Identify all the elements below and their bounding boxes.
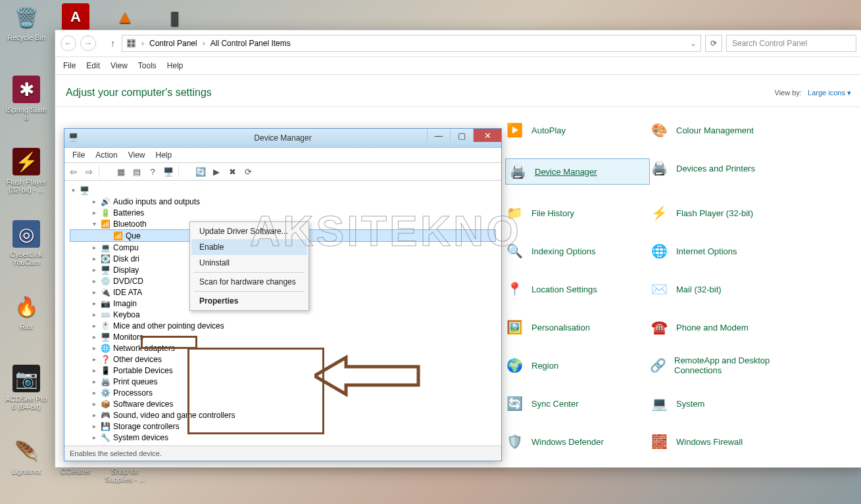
expand-icon[interactable]: ▸	[91, 378, 97, 385]
desktop-icon[interactable]: ✱iSpring Suite 8	[3, 76, 49, 122]
expand-icon[interactable]: ▸	[91, 344, 97, 352]
desktop-icon[interactable]: 📷ACDSee Pro 6 (64-bit)	[3, 365, 49, 411]
tree-node[interactable]: ▸💾Storage controllers	[70, 421, 496, 432]
context-update-driver-software-[interactable]: Update Driver Software...	[191, 223, 307, 239]
minimize-button[interactable]: —	[427, 129, 450, 142]
device-tree[interactable]: ▾🖥️ ▸🔊Audio inputs and outputs▸🔋Batterie…	[64, 181, 501, 451]
refresh-button[interactable]: ⟳	[705, 35, 722, 52]
expand-icon[interactable]: ▾	[70, 187, 76, 194]
menu-help[interactable]: Help	[151, 150, 178, 160]
dm-titlebar[interactable]: 🖥️ Device Manager — ▢ ✕	[64, 129, 501, 148]
expand-icon[interactable]: ▸	[91, 400, 97, 407]
menu-help[interactable]: Help	[162, 61, 189, 70]
expand-icon[interactable]: ▸	[91, 209, 97, 216]
tree-node[interactable]: ▸📦Software devices	[70, 398, 496, 409]
cp-item-phone-and-modem[interactable]: ☎️Phone and Modem	[650, 317, 795, 337]
expand-icon[interactable]: ▸	[91, 277, 97, 285]
context-enable[interactable]: Enable	[191, 239, 307, 255]
expand-icon[interactable]: ▸	[91, 311, 97, 318]
tree-node[interactable]: ▸🌐Network adapters	[70, 342, 496, 354]
expand-icon[interactable]: ▸	[91, 434, 97, 441]
close-button[interactable]: ✕	[473, 129, 501, 142]
expand-icon[interactable]: ▸	[91, 244, 97, 251]
tree-node[interactable]: ▸🔊Audio inputs and outputs	[70, 196, 496, 207]
menu-edit[interactable]: Edit	[81, 61, 105, 70]
cp-item-indexing-options[interactable]: 🔍Indexing Options	[505, 241, 650, 261]
breadcrumb[interactable]: Control Panel	[149, 39, 197, 48]
cp-item-region[interactable]: 🌍Region	[505, 355, 650, 375]
cp-item-internet-options[interactable]: 🌐Internet Options	[650, 241, 795, 261]
desktop-icon[interactable]: ◎CyberLink YouCam	[3, 220, 49, 266]
expand-icon[interactable]: ▸	[91, 266, 97, 273]
context-properties[interactable]: Properties	[191, 293, 307, 309]
tree-node[interactable]: ▸🖥️Monitors	[70, 331, 496, 342]
cp-item-system[interactable]: 💻System	[650, 394, 795, 413]
menu-view[interactable]: View	[105, 61, 133, 70]
breadcrumb[interactable]: All Control Panel Items	[210, 39, 291, 48]
tree-node[interactable]: ▸🖱️Mice and other pointing devices	[70, 320, 496, 331]
expand-icon[interactable]: ▸	[91, 322, 97, 329]
context-uninstall[interactable]: Uninstall	[191, 255, 307, 271]
expand-icon[interactable]: ▸	[91, 367, 97, 374]
tree-node[interactable]: ▸⚙️Processors	[70, 387, 496, 398]
cp-item-location-settings[interactable]: 📍Location Settings	[505, 279, 650, 299]
tree-node[interactable]: ▸❓Other devices	[70, 354, 496, 365]
tb-update[interactable]: 🔄	[195, 166, 207, 177]
menu-file[interactable]: File	[67, 150, 90, 160]
tb-show-hidden[interactable]: ▦	[115, 166, 127, 177]
address-bar[interactable]: 🎛️ › Control Panel › All Control Panel I…	[122, 35, 701, 52]
tb-refresh[interactable]: ⟳	[242, 166, 254, 177]
tree-node[interactable]: ▸🎮Sound, video and game controllers	[70, 409, 496, 421]
cp-item-colour-management[interactable]: 🎨Colour Management	[650, 120, 795, 140]
menu-file[interactable]: File	[58, 61, 81, 70]
view-by-dropdown[interactable]: Large icons ▾	[808, 89, 851, 97]
tb-scan[interactable]: 🖥️	[162, 166, 174, 177]
tree-node[interactable]: ▸🔋Batteries	[70, 207, 496, 218]
expand-icon[interactable]: ▸	[91, 355, 97, 363]
cp-item-autoplay[interactable]: ▶️AutoPlay	[505, 120, 650, 140]
expand-icon[interactable]: ▾	[91, 220, 97, 227]
expand-icon[interactable]: ▸	[91, 300, 97, 307]
expand-icon[interactable]: ▸	[91, 411, 97, 419]
cp-item-windows-defender[interactable]: 🛡️Windows Defender	[505, 432, 650, 451]
expand-icon[interactable]: ▸	[91, 288, 97, 296]
expand-icon[interactable]: ▸	[91, 198, 97, 205]
maximize-button[interactable]: ▢	[450, 129, 473, 142]
tb-forward[interactable]: ⇨	[83, 166, 95, 177]
breadcrumb-dropdown[interactable]: ⌄	[690, 39, 697, 48]
cp-item-flash-player-32-bit-[interactable]: ⚡Flash Player (32-bit)	[650, 203, 795, 223]
tb-uninstall[interactable]: ✖	[226, 166, 238, 177]
expand-icon[interactable]: ▸	[91, 333, 97, 340]
tree-node[interactable]: ▸📱Portable Devices	[70, 365, 496, 376]
menu-view[interactable]: View	[123, 150, 151, 160]
cp-item-personalisation[interactable]: 🖼️Personalisation	[505, 317, 650, 337]
expand-icon[interactable]: ▸	[91, 255, 97, 262]
tb-help[interactable]: ?	[147, 166, 159, 177]
expand-icon[interactable]: ▸	[91, 423, 97, 430]
back-button[interactable]: ←	[61, 35, 76, 51]
tb-back[interactable]: ⇦	[67, 166, 79, 177]
cp-item-mail-32-bit-[interactable]: ✉️Mail (32-bit)	[650, 279, 795, 299]
cp-item-windows-firewall[interactable]: 🧱Windows Firewall	[650, 432, 795, 451]
cp-item-device-manager[interactable]: 🖨️Device Manager	[505, 158, 650, 185]
tb-properties[interactable]: ▤	[131, 166, 143, 177]
cp-item-sync-center[interactable]: 🔄Sync Center	[505, 394, 650, 413]
cp-item-remoteapp-and-desktop-connections[interactable]: 🔗RemoteApp and Desktop Connections	[650, 355, 795, 375]
menu-action[interactable]: Action	[90, 150, 122, 160]
tree-node[interactable]: ▸🔧System devices	[70, 432, 496, 443]
desktop-icon[interactable]: 🗑️Recycle Bin	[3, 3, 49, 41]
up-button[interactable]: ↑	[108, 38, 118, 49]
search-input[interactable]: Search Control Panel	[726, 35, 856, 52]
expand-icon[interactable]: ▸	[91, 389, 97, 396]
desktop-icon[interactable]: 🪶Lightshot	[3, 437, 49, 475]
cp-item-devices-and-printers[interactable]: 🖨️Devices and Printers	[650, 158, 795, 178]
desktop-icon[interactable]: 🔥Riot	[3, 292, 49, 331]
device-icon: 🖥️	[100, 265, 111, 275]
menu-tools[interactable]: Tools	[133, 61, 162, 70]
tree-node[interactable]: ▸🖨️Print queues	[70, 376, 496, 387]
tb-enable[interactable]: ▶	[210, 166, 222, 177]
desktop-icon[interactable]: ⚡Flash Player (32-bit) - ...	[3, 148, 49, 194]
context-scan-for-hardware-changes[interactable]: Scan for hardware changes	[191, 274, 307, 290]
cp-item-file-history[interactable]: 📁File History	[505, 203, 650, 223]
forward-button[interactable]: →	[80, 35, 96, 51]
